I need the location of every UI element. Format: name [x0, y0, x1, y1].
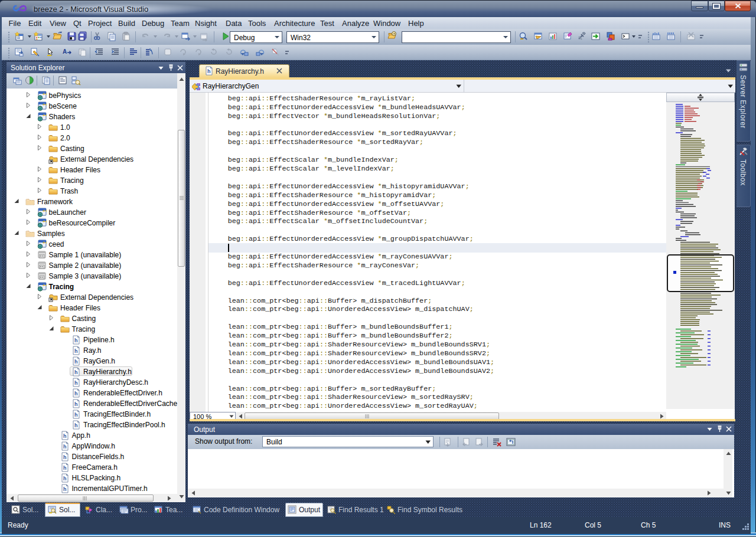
svg-text:h: h: [74, 412, 78, 418]
svg-text:h: h: [63, 476, 67, 482]
svg-text:++: ++: [43, 208, 47, 214]
svg-text:h: h: [63, 433, 67, 439]
svg-text:h: h: [207, 68, 211, 74]
svg-text:h: h: [74, 348, 78, 354]
svg-text:h: h: [74, 369, 78, 375]
svg-text:A: A: [63, 48, 67, 55]
svg-text:h: h: [63, 465, 67, 471]
svg-text:++: ++: [43, 102, 47, 107]
svg-text:h: h: [74, 391, 78, 397]
svg-text:h: h: [74, 401, 78, 407]
svg-text:h: h: [63, 454, 67, 460]
svg-text:h: h: [74, 359, 78, 365]
svg-text:++: ++: [43, 240, 47, 245]
svg-text:h: h: [74, 423, 78, 428]
svg-text:++: ++: [43, 113, 47, 118]
svg-text:h: h: [74, 380, 78, 386]
svg-text:++: ++: [43, 219, 47, 224]
svg-text:h: h: [63, 486, 67, 492]
svg-text:++: ++: [43, 283, 47, 288]
svg-text:++: ++: [43, 91, 47, 97]
svg-text:h: h: [63, 444, 67, 450]
svg-text:h: h: [74, 338, 78, 343]
